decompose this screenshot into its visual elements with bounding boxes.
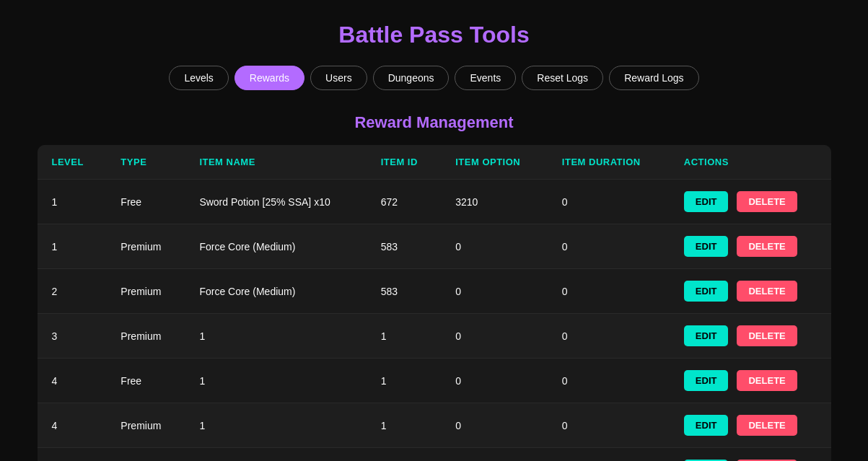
- table-row: 4Premium1100EDITDELETE: [38, 403, 831, 448]
- page-wrapper: Battle Pass Tools LevelsRewardsUsersDung…: [0, 0, 868, 461]
- cell-item_name: 1: [185, 314, 366, 359]
- cell-type: Premium: [106, 448, 185, 462]
- cell-actions: EDITDELETE: [670, 180, 831, 224]
- cell-item_id: 583: [367, 269, 442, 314]
- cell-item_id: 1: [367, 314, 442, 359]
- table-row: 5Premium1100EDITDELETE: [38, 448, 831, 462]
- nav-tab-dungeons[interactable]: Dungeons: [373, 66, 450, 90]
- cell-item_name: Force Core (Medium): [185, 269, 366, 314]
- delete-button[interactable]: DELETE: [737, 370, 797, 391]
- table-row: 3Premium1100EDITDELETE: [38, 314, 831, 359]
- cell-item_option: 0: [441, 359, 548, 403]
- table-body: 1FreeSword Potion [25% SSA] x1067232100E…: [38, 180, 831, 462]
- col-header-actions: ACTIONS: [670, 145, 831, 180]
- delete-button[interactable]: DELETE: [737, 325, 797, 346]
- nav-tab-reward-logs[interactable]: Reward Logs: [609, 66, 699, 90]
- cell-actions: EDITDELETE: [670, 448, 831, 462]
- cell-item_option: 0: [441, 314, 548, 359]
- cell-type: Premium: [106, 403, 185, 448]
- cell-item_duration: 0: [548, 224, 670, 269]
- delete-button[interactable]: DELETE: [737, 281, 797, 302]
- header-row: LEVELTYPEITEM NAMEITEM IDITEM OPTIONITEM…: [38, 145, 831, 180]
- cell-item_duration: 0: [548, 448, 670, 462]
- cell-actions: EDITDELETE: [670, 224, 831, 269]
- delete-button[interactable]: DELETE: [737, 415, 797, 436]
- cell-level: 3: [38, 314, 107, 359]
- cell-item_id: 672: [367, 180, 442, 224]
- cell-actions: EDITDELETE: [670, 269, 831, 314]
- cell-item_option: 0: [441, 403, 548, 448]
- cell-actions: EDITDELETE: [670, 359, 831, 403]
- cell-item_name: Sword Potion [25% SSA] x10: [185, 180, 366, 224]
- table-row: 1FreeSword Potion [25% SSA] x1067232100E…: [38, 180, 831, 224]
- cell-item_duration: 0: [548, 403, 670, 448]
- cell-item_id: 1: [367, 359, 442, 403]
- cell-type: Premium: [106, 269, 185, 314]
- table-row: 4Free1100EDITDELETE: [38, 359, 831, 403]
- cell-type: Premium: [106, 224, 185, 269]
- cell-level: 5: [38, 448, 107, 462]
- nav-tab-events[interactable]: Events: [455, 66, 516, 90]
- edit-button[interactable]: EDIT: [684, 191, 729, 212]
- nav-tab-reset-logs[interactable]: Reset Logs: [522, 66, 603, 90]
- col-header-item_name: ITEM NAME: [185, 145, 366, 180]
- col-header-level: LEVEL: [38, 145, 107, 180]
- cell-item_duration: 0: [548, 314, 670, 359]
- cell-item_name: 1: [185, 359, 366, 403]
- table-row: 1PremiumForce Core (Medium)58300EDITDELE…: [38, 224, 831, 269]
- page-title: Battle Pass Tools: [338, 22, 529, 48]
- section-title: Reward Management: [354, 113, 513, 132]
- cell-level: 1: [38, 180, 107, 224]
- edit-button[interactable]: EDIT: [684, 415, 729, 436]
- col-header-type: TYPE: [106, 145, 185, 180]
- cell-type: Premium: [106, 314, 185, 359]
- edit-button[interactable]: EDIT: [684, 370, 729, 391]
- cell-item_name: Force Core (Medium): [185, 224, 366, 269]
- cell-level: 1: [38, 224, 107, 269]
- cell-item_option: 0: [441, 224, 548, 269]
- nav-tab-rewards[interactable]: Rewards: [234, 66, 304, 90]
- edit-button[interactable]: EDIT: [684, 281, 729, 302]
- cell-item_id: 1: [367, 448, 442, 462]
- edit-button[interactable]: EDIT: [684, 325, 729, 346]
- col-header-item_duration: ITEM DURATION: [548, 145, 670, 180]
- cell-item_duration: 0: [548, 359, 670, 403]
- cell-item_option: 3210: [441, 180, 548, 224]
- col-header-item_id: ITEM ID: [367, 145, 442, 180]
- cell-item_option: 0: [441, 269, 548, 314]
- cell-item_option: 0: [441, 448, 548, 462]
- edit-button[interactable]: EDIT: [684, 236, 729, 257]
- cell-type: Free: [106, 359, 185, 403]
- table-row: 2PremiumForce Core (Medium)58300EDITDELE…: [38, 269, 831, 314]
- cell-actions: EDITDELETE: [670, 314, 831, 359]
- cell-level: 4: [38, 359, 107, 403]
- cell-item_id: 1: [367, 403, 442, 448]
- cell-level: 2: [38, 269, 107, 314]
- delete-button[interactable]: DELETE: [737, 236, 797, 257]
- cell-level: 4: [38, 403, 107, 448]
- col-header-item_option: ITEM OPTION: [441, 145, 548, 180]
- cell-item_id: 583: [367, 224, 442, 269]
- delete-button[interactable]: DELETE: [737, 191, 797, 212]
- table-container: LEVELTYPEITEM NAMEITEM IDITEM OPTIONITEM…: [38, 145, 831, 461]
- cell-item_name: 1: [185, 448, 366, 462]
- table-header: LEVELTYPEITEM NAMEITEM IDITEM OPTIONITEM…: [38, 145, 831, 180]
- cell-item_name: 1: [185, 403, 366, 448]
- rewards-table: LEVELTYPEITEM NAMEITEM IDITEM OPTIONITEM…: [38, 145, 831, 461]
- cell-item_duration: 0: [548, 269, 670, 314]
- nav-tab-levels[interactable]: Levels: [169, 66, 228, 90]
- cell-item_duration: 0: [548, 180, 670, 224]
- cell-type: Free: [106, 180, 185, 224]
- nav-tab-users[interactable]: Users: [310, 66, 367, 90]
- cell-actions: EDITDELETE: [670, 403, 831, 448]
- nav-tabs: LevelsRewardsUsersDungeonsEventsReset Lo…: [169, 66, 698, 90]
